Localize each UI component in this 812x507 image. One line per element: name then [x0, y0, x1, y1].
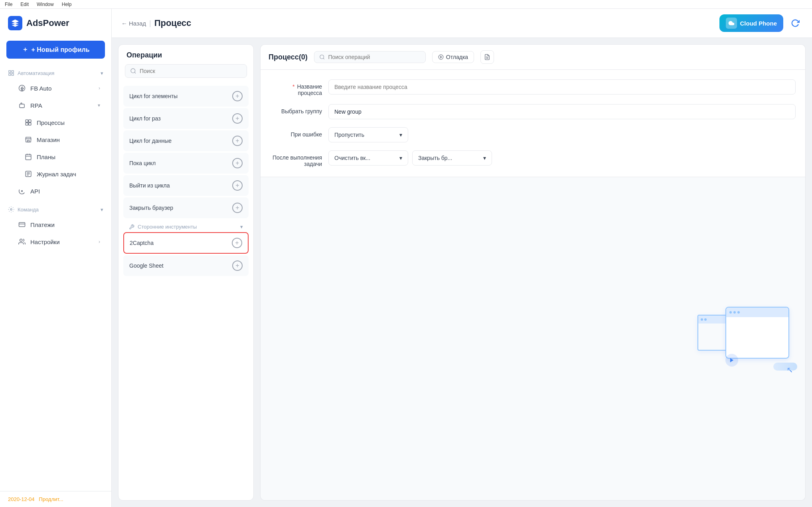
menu-file[interactable]: File: [5, 2, 12, 7]
automation-section-header[interactable]: Автоматизация ▾: [0, 67, 111, 79]
refresh-button[interactable]: [788, 16, 802, 30]
payments-icon: [18, 220, 26, 229]
op-item-cycle-for-data[interactable]: Цикл for данные +: [123, 130, 249, 151]
op-item-exit-cycle[interactable]: Выйти из цикла +: [123, 175, 249, 196]
payments-left: Платежи: [18, 220, 55, 229]
svg-rect-14: [19, 223, 25, 227]
illus-play-button: [725, 354, 738, 367]
rpa-chevron-icon: ▾: [98, 103, 100, 108]
menu-edit[interactable]: Edit: [20, 2, 29, 7]
process-name-input[interactable]: [328, 79, 796, 95]
op-item-while-cycle[interactable]: Пока цикл +: [123, 153, 249, 174]
doc-button[interactable]: [480, 50, 494, 64]
process-group-value[interactable]: New group: [328, 104, 796, 119]
rpa-icon: [18, 101, 26, 110]
svg-point-16: [131, 69, 135, 73]
operations-header: Операции: [119, 45, 253, 64]
debug-label: Отладка: [446, 54, 468, 60]
required-asterisk: *: [292, 83, 294, 90]
svg-marker-19: [441, 56, 442, 58]
operations-panel: Операции Цикл for элементы + Цикл for ра…: [118, 44, 254, 501]
sidebar-item-api[interactable]: API: [3, 183, 108, 199]
shop-label: Магазин: [37, 136, 60, 143]
sidebar-item-processes[interactable]: Процессы: [3, 114, 108, 131]
fb-auto-chevron-icon: ›: [99, 85, 100, 91]
process-search-input[interactable]: [328, 54, 420, 60]
shop-icon: [24, 135, 33, 144]
op-label: Выйти из цикла: [129, 182, 170, 189]
sidebar-item-rpa[interactable]: RPA ▾: [3, 97, 108, 114]
sidebar-footer: 2020-12-04 Продлит...: [0, 491, 111, 507]
svg-point-18: [439, 55, 443, 59]
op-item-2captcha[interactable]: 2Captcha +: [123, 232, 249, 254]
tools-icon: [129, 224, 134, 230]
automation-chevron-icon: ▾: [101, 70, 103, 76]
back-arrow-icon: ←: [121, 20, 127, 27]
after-label-text: После выполнения задачи: [273, 154, 322, 167]
svg-rect-0: [9, 71, 11, 73]
sidebar-item-plans[interactable]: Планы: [3, 148, 108, 165]
plans-label: Планы: [37, 154, 55, 160]
new-profile-button[interactable]: ＋ + Новый профиль: [6, 41, 105, 59]
third-party-section-header[interactable]: Сторонние инструменты ▾: [123, 220, 249, 232]
third-party-chevron-icon: ▾: [240, 224, 243, 230]
after-chevron-1-icon: ▾: [399, 155, 402, 161]
op-item-google-sheet[interactable]: Google Sheet +: [123, 255, 249, 276]
group-label-text: Выбрать группу: [281, 108, 322, 114]
svg-point-13: [10, 209, 12, 210]
back-button[interactable]: ← Назад: [121, 20, 146, 27]
team-section-header[interactable]: Команда ▾: [0, 203, 111, 216]
process-name-label: * Название процесса: [270, 79, 322, 96]
sidebar-item-payments[interactable]: Платежи: [3, 216, 108, 233]
gear-icon: [8, 206, 14, 213]
automation-section: Автоматизация ▾ FB Auto › RPA: [0, 65, 111, 201]
processes-icon: [24, 118, 33, 127]
sidebar-item-fb-auto[interactable]: FB Auto ›: [3, 80, 108, 97]
op-item-cycle-for-elements[interactable]: Цикл for элементы +: [123, 86, 249, 107]
op-item-cycle-for-times[interactable]: Цикл for раз +: [123, 108, 249, 129]
debug-button[interactable]: Отладка: [432, 51, 474, 63]
operations-search-input[interactable]: [140, 68, 242, 74]
process-error-row: При ошибке Пропустить ▾: [270, 127, 796, 142]
process-canvas: ↖: [260, 177, 806, 501]
error-chevron-icon: ▾: [399, 132, 402, 138]
process-title: Процесс(0): [269, 53, 308, 61]
after-select-2[interactable]: Закрыть бр... ▾: [412, 150, 492, 166]
fb-icon: [18, 85, 26, 92]
robot-icon: [18, 102, 26, 109]
team-label: Команда: [18, 207, 39, 213]
menu-window[interactable]: Window: [37, 2, 54, 7]
svg-point-15: [20, 239, 22, 241]
op-add-button[interactable]: +: [232, 91, 243, 101]
api-icon: [18, 187, 26, 195]
op-add-button[interactable]: +: [232, 136, 243, 146]
op-add-button[interactable]: +: [232, 180, 243, 191]
after-select-group: Очистить вк... ▾ Закрыть бр... ▾: [328, 150, 796, 166]
settings-label: Настройки: [30, 239, 60, 245]
process-search-icon: [319, 54, 325, 60]
menu-help[interactable]: Help: [62, 2, 72, 7]
third-party-label: Сторонние инструменты: [138, 224, 197, 230]
op-add-button[interactable]: +: [232, 113, 243, 124]
process-error-select[interactable]: Пропустить ▾: [328, 127, 408, 142]
header-right: Cloud Phone: [719, 14, 803, 32]
op-item-close-browser[interactable]: Закрыть браузер +: [123, 197, 249, 218]
after-value-2: Закрыть бр...: [418, 155, 452, 161]
svg-rect-11: [26, 154, 31, 160]
op-add-button[interactable]: +: [232, 158, 243, 168]
op-add-button[interactable]: +: [232, 238, 242, 248]
op-add-button[interactable]: +: [232, 260, 243, 271]
cloud-phone-button[interactable]: Cloud Phone: [719, 14, 784, 32]
sidebar-item-tasks[interactable]: Журнал задач: [3, 166, 108, 182]
plans-left: Планы: [24, 152, 55, 161]
op-add-button[interactable]: +: [232, 203, 243, 213]
sidebar-item-settings[interactable]: Настройки ›: [3, 233, 108, 250]
error-value: Пропустить: [334, 132, 364, 138]
breadcrumb: ← Назад | Процесс: [121, 18, 191, 28]
op-label: Цикл for данные: [129, 138, 172, 144]
after-select-1[interactable]: Очистить вк... ▾: [328, 150, 408, 166]
sidebar-item-shop[interactable]: Магазин: [3, 131, 108, 148]
sidebar: AdsPower ＋ + Новый профиль Автоматизация…: [0, 9, 112, 507]
main-content: ← Назад | Процесс Cloud Phone: [112, 9, 812, 507]
footer-status: Продлит...: [39, 496, 63, 502]
